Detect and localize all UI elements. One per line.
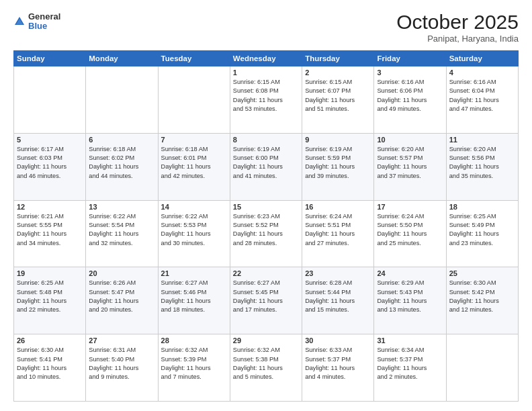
day-number: 16 <box>305 203 371 211</box>
calendar-cell: 28Sunrise: 6:32 AM Sunset: 5:39 PM Dayli… <box>158 334 230 402</box>
calendar-cell: 6Sunrise: 6:18 AM Sunset: 6:02 PM Daylig… <box>86 133 158 200</box>
header: General Blue October 2025 Panipat, Harya… <box>13 12 519 44</box>
calendar-cell: 29Sunrise: 6:32 AM Sunset: 5:38 PM Dayli… <box>230 334 302 402</box>
day-number: 25 <box>449 269 515 277</box>
calendar-cell <box>14 66 86 134</box>
day-info: Sunrise: 6:33 AM Sunset: 5:37 PM Dayligh… <box>305 346 371 381</box>
day-info: Sunrise: 6:18 AM Sunset: 6:01 PM Dayligh… <box>161 145 227 181</box>
day-info: Sunrise: 6:32 AM Sunset: 5:38 PM Dayligh… <box>233 346 299 381</box>
day-number: 14 <box>161 203 227 211</box>
day-info: Sunrise: 6:18 AM Sunset: 6:02 PM Dayligh… <box>89 145 154 181</box>
day-info: Sunrise: 6:19 AM Sunset: 6:00 PM Dayligh… <box>233 145 299 181</box>
calendar-cell: 7Sunrise: 6:18 AM Sunset: 6:01 PM Daylig… <box>158 133 230 200</box>
day-info: Sunrise: 6:24 AM Sunset: 5:51 PM Dayligh… <box>305 212 371 248</box>
day-info: Sunrise: 6:27 AM Sunset: 5:45 PM Dayligh… <box>233 279 299 314</box>
col-wednesday: Wednesday <box>230 51 302 66</box>
calendar-cell: 10Sunrise: 6:20 AM Sunset: 5:57 PM Dayli… <box>374 133 446 200</box>
calendar-cell: 26Sunrise: 6:30 AM Sunset: 5:41 PM Dayli… <box>14 334 86 402</box>
day-info: Sunrise: 6:34 AM Sunset: 5:37 PM Dayligh… <box>377 346 443 381</box>
logo: General Blue <box>13 12 60 32</box>
day-info: Sunrise: 6:29 AM Sunset: 5:43 PM Dayligh… <box>377 279 443 314</box>
day-number: 2 <box>305 68 371 77</box>
calendar-cell: 1Sunrise: 6:15 AM Sunset: 6:08 PM Daylig… <box>230 66 302 134</box>
day-info: Sunrise: 6:30 AM Sunset: 5:41 PM Dayligh… <box>17 346 83 381</box>
calendar-cell: 31Sunrise: 6:34 AM Sunset: 5:37 PM Dayli… <box>374 334 446 402</box>
day-number: 30 <box>305 336 371 345</box>
title-block: October 2025 Panipat, Haryana, India <box>396 12 519 44</box>
calendar-cell: 5Sunrise: 6:17 AM Sunset: 6:03 PM Daylig… <box>14 133 86 200</box>
calendar-cell: 18Sunrise: 6:25 AM Sunset: 5:49 PM Dayli… <box>446 200 518 267</box>
day-info: Sunrise: 6:32 AM Sunset: 5:39 PM Dayligh… <box>161 346 227 381</box>
location: Panipat, Haryana, India <box>396 34 519 44</box>
col-sunday: Sunday <box>14 51 86 66</box>
calendar-cell: 20Sunrise: 6:26 AM Sunset: 5:47 PM Dayli… <box>86 267 158 334</box>
calendar-week-2: 5Sunrise: 6:17 AM Sunset: 6:03 PM Daylig… <box>14 133 519 200</box>
col-monday: Monday <box>86 51 158 66</box>
calendar-cell: 16Sunrise: 6:24 AM Sunset: 5:51 PM Dayli… <box>302 200 374 267</box>
day-info: Sunrise: 6:22 AM Sunset: 5:53 PM Dayligh… <box>161 212 227 248</box>
day-number: 23 <box>305 269 371 277</box>
day-number: 29 <box>233 336 299 345</box>
calendar-week-3: 12Sunrise: 6:21 AM Sunset: 5:55 PM Dayli… <box>14 200 519 267</box>
day-number: 19 <box>17 269 83 277</box>
calendar-cell: 23Sunrise: 6:28 AM Sunset: 5:44 PM Dayli… <box>302 267 374 334</box>
calendar-cell: 30Sunrise: 6:33 AM Sunset: 5:37 PM Dayli… <box>302 334 374 402</box>
day-info: Sunrise: 6:23 AM Sunset: 5:52 PM Dayligh… <box>233 212 299 248</box>
col-tuesday: Tuesday <box>158 51 230 66</box>
day-number: 26 <box>17 336 83 345</box>
day-info: Sunrise: 6:16 AM Sunset: 6:04 PM Dayligh… <box>449 78 515 113</box>
day-number: 8 <box>233 136 299 144</box>
calendar-header-row: Sunday Monday Tuesday Wednesday Thursday… <box>14 51 519 66</box>
calendar-cell: 24Sunrise: 6:29 AM Sunset: 5:43 PM Dayli… <box>374 267 446 334</box>
day-info: Sunrise: 6:25 AM Sunset: 5:49 PM Dayligh… <box>449 212 515 248</box>
calendar-cell: 3Sunrise: 6:16 AM Sunset: 6:06 PM Daylig… <box>374 66 446 134</box>
day-info: Sunrise: 6:20 AM Sunset: 5:56 PM Dayligh… <box>449 145 515 181</box>
logo-text: General Blue <box>28 12 60 32</box>
day-info: Sunrise: 6:31 AM Sunset: 5:40 PM Dayligh… <box>89 346 154 381</box>
day-info: Sunrise: 6:19 AM Sunset: 5:59 PM Dayligh… <box>305 145 371 181</box>
day-info: Sunrise: 6:24 AM Sunset: 5:50 PM Dayligh… <box>377 212 443 248</box>
logo-icon <box>13 15 26 28</box>
day-number: 4 <box>449 68 515 77</box>
col-friday: Friday <box>374 51 446 66</box>
day-number: 5 <box>17 136 83 144</box>
day-info: Sunrise: 6:15 AM Sunset: 6:08 PM Dayligh… <box>233 78 299 113</box>
day-number: 18 <box>449 203 515 211</box>
col-saturday: Saturday <box>446 51 518 66</box>
calendar-cell: 11Sunrise: 6:20 AM Sunset: 5:56 PM Dayli… <box>446 133 518 200</box>
day-info: Sunrise: 6:17 AM Sunset: 6:03 PM Dayligh… <box>17 145 83 181</box>
day-info: Sunrise: 6:30 AM Sunset: 5:42 PM Dayligh… <box>449 279 515 314</box>
day-info: Sunrise: 6:25 AM Sunset: 5:48 PM Dayligh… <box>17 279 83 314</box>
day-info: Sunrise: 6:26 AM Sunset: 5:47 PM Dayligh… <box>89 279 154 314</box>
day-number: 28 <box>161 336 227 345</box>
day-number: 27 <box>89 336 154 345</box>
calendar-cell: 13Sunrise: 6:22 AM Sunset: 5:54 PM Dayli… <box>86 200 158 267</box>
calendar-cell: 15Sunrise: 6:23 AM Sunset: 5:52 PM Dayli… <box>230 200 302 267</box>
calendar-cell: 12Sunrise: 6:21 AM Sunset: 5:55 PM Dayli… <box>14 200 86 267</box>
day-number: 9 <box>305 136 371 144</box>
day-number: 13 <box>89 203 154 211</box>
month-title: October 2025 <box>396 12 519 32</box>
day-number: 20 <box>89 269 154 277</box>
calendar-cell: 19Sunrise: 6:25 AM Sunset: 5:48 PM Dayli… <box>14 267 86 334</box>
calendar-cell <box>446 334 518 402</box>
day-number: 1 <box>233 68 299 77</box>
calendar: Sunday Monday Tuesday Wednesday Thursday… <box>13 50 519 402</box>
day-info: Sunrise: 6:22 AM Sunset: 5:54 PM Dayligh… <box>89 212 154 248</box>
day-number: 31 <box>377 336 443 345</box>
calendar-cell: 9Sunrise: 6:19 AM Sunset: 5:59 PM Daylig… <box>302 133 374 200</box>
calendar-cell: 22Sunrise: 6:27 AM Sunset: 5:45 PM Dayli… <box>230 267 302 334</box>
calendar-cell: 27Sunrise: 6:31 AM Sunset: 5:40 PM Dayli… <box>86 334 158 402</box>
day-info: Sunrise: 6:16 AM Sunset: 6:06 PM Dayligh… <box>377 78 443 113</box>
day-number: 11 <box>449 136 515 144</box>
page: General Blue October 2025 Panipat, Harya… <box>0 0 532 411</box>
day-number: 24 <box>377 269 443 277</box>
day-number: 22 <box>233 269 299 277</box>
day-info: Sunrise: 6:28 AM Sunset: 5:44 PM Dayligh… <box>305 279 371 314</box>
day-number: 7 <box>161 136 227 144</box>
day-number: 6 <box>89 136 154 144</box>
day-info: Sunrise: 6:27 AM Sunset: 5:46 PM Dayligh… <box>161 279 227 314</box>
day-info: Sunrise: 6:21 AM Sunset: 5:55 PM Dayligh… <box>17 212 83 248</box>
calendar-cell: 17Sunrise: 6:24 AM Sunset: 5:50 PM Dayli… <box>374 200 446 267</box>
day-number: 10 <box>377 136 443 144</box>
